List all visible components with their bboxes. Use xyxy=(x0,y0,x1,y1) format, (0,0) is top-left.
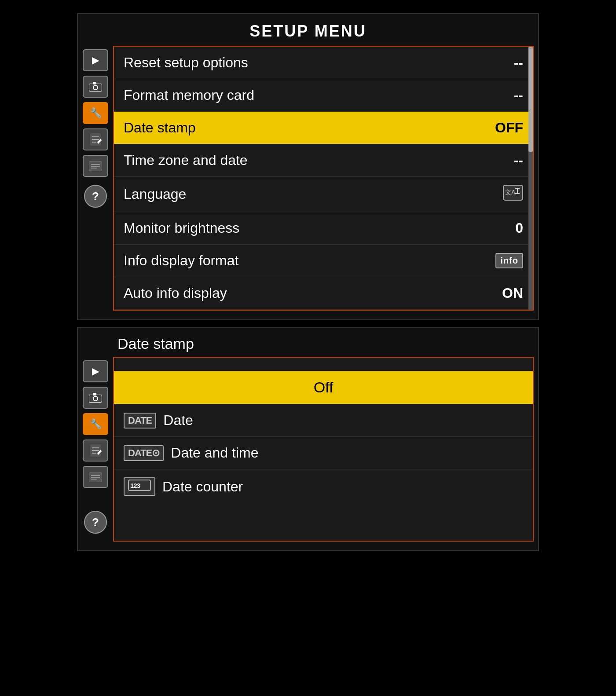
menu-item-language[interactable]: Language 文A xyxy=(114,177,533,212)
scrollbar[interactable] xyxy=(528,47,533,310)
submenu-item-off[interactable]: Off xyxy=(114,371,533,404)
bottom-submenu-list: Off DATE Date DATE⊙ Date and time 123 xyxy=(113,357,534,542)
screen-title: SETUP MENU xyxy=(78,14,538,46)
svg-rect-3 xyxy=(93,82,96,84)
menu-item-date-stamp[interactable]: Date stamp OFF xyxy=(114,112,533,144)
menu-item-time-zone[interactable]: Time zone and date -- xyxy=(114,144,533,177)
menu-item-reset[interactable]: Reset setup options -- xyxy=(114,47,533,79)
sidebar-icon-folder[interactable] xyxy=(83,155,108,177)
submenu-item-date-time[interactable]: DATE⊙ Date and time xyxy=(114,437,533,469)
menu-item-format[interactable]: Format memory card -- xyxy=(114,79,533,112)
language-icon: 文A xyxy=(503,185,523,204)
menu-item-auto-info[interactable]: Auto info display ON xyxy=(114,277,533,310)
bottom-sidebar-icons: ▶ 🔧 xyxy=(83,360,108,488)
sidebar-icon-wrench[interactable]: 🔧 xyxy=(83,102,108,124)
submenu-area: ▶ 🔧 xyxy=(78,357,538,550)
sidebar-icon-play[interactable]: ▶ xyxy=(83,49,108,71)
bottom-sidebar-icon-play[interactable]: ▶ xyxy=(83,360,108,382)
svg-text:123: 123 xyxy=(130,482,140,489)
sidebar-icon-pencil[interactable] xyxy=(83,128,108,150)
scrollbar-thumb[interactable] xyxy=(528,47,533,152)
menu-item-monitor[interactable]: Monitor brightness 0 xyxy=(114,212,533,245)
bottom-sidebar-icon-pencil[interactable] xyxy=(83,440,108,462)
menu-area: ▶ 🔧 xyxy=(78,46,538,319)
info-badge: info xyxy=(495,253,523,268)
submenu-item-date[interactable]: DATE Date xyxy=(114,404,533,437)
top-sidebar: ▶ 🔧 xyxy=(78,46,113,311)
svg-text:文A: 文A xyxy=(505,189,516,196)
bottom-sidebar-icon-folder[interactable] xyxy=(83,466,108,488)
submenu-title: Date stamp xyxy=(78,328,538,357)
bottom-sidebar: ▶ 🔧 xyxy=(78,357,113,542)
top-menu-list: Reset setup options -- Format memory car… xyxy=(113,46,534,311)
sidebar-icon-camera[interactable] xyxy=(83,76,108,98)
svg-rect-19 xyxy=(93,393,96,396)
dateo-badge-icon: DATE⊙ xyxy=(124,445,164,461)
menu-item-info-display[interactable]: Info display format info xyxy=(114,245,533,277)
date-badge-icon: DATE xyxy=(124,413,156,429)
bottom-sidebar-help: ? xyxy=(84,507,107,538)
bottom-sidebar-icon-wrench[interactable]: 🔧 xyxy=(83,413,108,435)
sidebar-help-button[interactable]: ? xyxy=(84,185,107,208)
bottom-sidebar-icon-camera[interactable] xyxy=(83,387,108,409)
top-screen: SETUP MENU ▶ 🔧 xyxy=(77,13,539,320)
submenu-item-date-counter[interactable]: 123 Date counter xyxy=(114,469,533,504)
bottom-screen: Date stamp ▶ 🔧 xyxy=(77,327,539,551)
bottom-help-button[interactable]: ? xyxy=(84,511,107,534)
counter-badge-icon: 123 xyxy=(124,477,155,496)
